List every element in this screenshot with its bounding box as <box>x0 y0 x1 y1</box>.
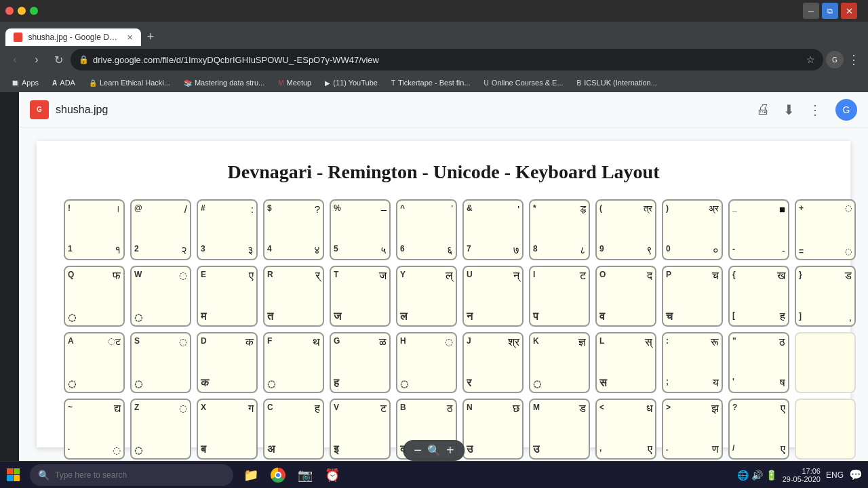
key-9: (त्र 9९ <box>595 199 656 260</box>
taskbar-search[interactable]: 🔍 <box>30 464 233 486</box>
extensions-icon[interactable]: ⋮ <box>845 52 863 67</box>
zoom-icon: 🔍 <box>427 444 441 457</box>
search-input[interactable] <box>55 470 225 480</box>
key-bracket-open: {ख [ह <box>728 266 789 327</box>
new-tab-button[interactable]: + <box>141 27 160 46</box>
chrome-taskbar-icon[interactable] <box>266 463 290 487</box>
time-display: 17:06 29-05-2020 <box>783 467 821 483</box>
bookmark-icsluk-label: ICSLUK (Internation... <box>584 79 657 87</box>
address-bar[interactable]: 🔒 ☆ <box>71 49 823 70</box>
bookmark-star-icon[interactable]: ☆ <box>806 54 815 65</box>
key-k: Kज्ञ ◌ <box>529 332 590 393</box>
bookmark-online-courses[interactable]: U Online Courses & E... <box>479 77 569 88</box>
bookmark-apps[interactable]: 🔲 Apps <box>5 77 44 88</box>
bookmark-youtube[interactable]: ▶ (11) YouTube <box>319 77 383 88</box>
maximize-button[interactable] <box>30 7 38 15</box>
drive-file-info: G shusha.jpg <box>30 100 108 119</box>
ethical-favicon: 🔒 <box>89 79 97 87</box>
app3-taskbar-icon[interactable]: 📷 <box>293 463 317 487</box>
user-avatar[interactable]: G <box>835 99 857 121</box>
key-w: W◌ ◌ <box>130 266 191 327</box>
key-d: Dक क <box>197 332 258 393</box>
minimize-win-btn[interactable]: ─ <box>803 3 819 19</box>
keyboard-layout: Devnagari - Remington - Unicode - Keyboa… <box>37 141 850 447</box>
keyboard-row-3: A◌ट ◌ S◌ ◌ Dक क Fथ ◌ Gळ ह <box>64 332 823 393</box>
key-tilde: ~द्य ·◌ <box>64 399 125 460</box>
online-courses-favicon: U <box>484 79 489 87</box>
key-r: Rर् त <box>263 266 324 327</box>
key-7: &' 7७ <box>462 199 524 260</box>
tray-icons: 🌐 🔊 🔋 <box>737 470 777 481</box>
keyboard-row-2: Qफ ◌ W◌ ◌ Eए म Rर् त Tज ज <box>64 266 823 327</box>
key-h: H◌ ◌ <box>396 332 457 393</box>
youtube-favicon: ▶ <box>325 79 330 87</box>
drive-filename: shusha.jpg <box>56 104 108 116</box>
bookmark-icsluk[interactable]: B ICSLUK (Internation... <box>572 77 663 88</box>
url-input[interactable] <box>93 55 802 65</box>
ada-favicon: A <box>52 79 57 87</box>
zoom-bar: − 🔍 + <box>403 440 465 461</box>
key-semicolon: :रू ;य <box>662 332 723 393</box>
clock-time: 17:06 <box>783 467 821 475</box>
key-g: Gळ ह <box>330 332 391 393</box>
key-l: Lस् स <box>595 332 656 393</box>
bookmarks-bar: 🔲 Apps A ADA 🔒 Learn Ethical Hacki... 📚 … <box>0 73 868 92</box>
bookmark-ethical[interactable]: 🔒 Learn Ethical Hacki... <box>83 77 176 88</box>
print-button[interactable]: 🖨 <box>756 102 770 117</box>
bookmark-online-courses-label: Online Courses & E... <box>492 79 564 87</box>
bookmark-mastering[interactable]: 📚 Mastering data stru... <box>178 77 270 88</box>
key-y: Yल् ल <box>396 266 457 327</box>
secure-icon: 🔒 <box>79 55 89 64</box>
battery-icon[interactable]: 🔋 <box>766 470 777 481</box>
key-j: Jश्र र <box>462 332 524 393</box>
app4-taskbar-icon[interactable]: ⏰ <box>320 463 344 487</box>
svg-rect-1 <box>14 468 20 474</box>
reload-button[interactable]: ↻ <box>49 50 68 69</box>
windows-icon <box>7 468 20 482</box>
key-4: $? 4४ <box>263 199 324 260</box>
minimize-button[interactable] <box>18 7 26 15</box>
nav-bar: ‹ › ↻ 🔒 ☆ G ⋮ <box>0 46 868 73</box>
close-button[interactable] <box>5 7 14 15</box>
file-explorer-icon[interactable]: 📁 <box>239 463 263 487</box>
zoom-in-button[interactable]: + <box>446 443 454 458</box>
zoom-out-button[interactable]: − <box>414 443 422 458</box>
close-win-btn[interactable]: ✕ <box>841 3 857 19</box>
profile-icon[interactable]: G <box>826 51 844 68</box>
bookmark-meetup[interactable]: M Meetup <box>273 77 317 88</box>
notification-icon[interactable]: 💬 <box>849 468 863 481</box>
svg-rect-2 <box>7 475 13 481</box>
key-quote: "ठ 'ष <box>728 332 789 393</box>
taskbar-right: 🌐 🔊 🔋 17:06 29-05-2020 ENG 💬 <box>737 467 868 483</box>
tab-title: shusha.jpg - Google Drive <box>28 33 119 42</box>
download-button[interactable]: ⬇ <box>783 102 795 118</box>
key-p: Pच च <box>662 266 723 327</box>
more-options-button[interactable]: ⋮ <box>808 102 822 118</box>
key-comma: <ध ,ए <box>595 399 656 460</box>
start-button[interactable] <box>0 462 27 489</box>
svg-rect-3 <box>14 475 20 481</box>
key-e: Eए म <box>197 266 258 327</box>
search-icon: 🔍 <box>38 470 50 481</box>
key-f: Fथ ◌ <box>263 332 324 393</box>
forward-button[interactable]: › <box>27 50 46 69</box>
bookmark-ethical-label: Learn Ethical Hacki... <box>100 79 170 87</box>
restore-win-btn[interactable]: ⧉ <box>822 3 838 19</box>
back-button[interactable]: ‹ <box>5 50 24 69</box>
tab-close-button[interactable]: ✕ <box>127 33 133 42</box>
network-icon[interactable]: 🌐 <box>737 470 749 481</box>
taskbar: 🔍 📁 📷 ⏰ 🌐 🔊 🔋 17:06 29-05-2020 ENG 💬 <box>0 461 868 488</box>
active-tab[interactable]: shusha.jpg - Google Drive ✕ <box>5 28 141 46</box>
volume-icon[interactable]: 🔊 <box>751 470 763 481</box>
key-empty-1 <box>795 332 856 393</box>
key-equals: +◌ =◌ <box>795 199 856 260</box>
lang-indicator[interactable]: ENG <box>826 470 844 480</box>
bookmark-ada[interactable]: A ADA <box>47 77 81 88</box>
bookmark-tickertape[interactable]: T Tickertape - Best fin... <box>386 77 476 88</box>
taskbar-pinned-icons: 📁 📷 ⏰ <box>239 463 344 487</box>
key-u: Uन् न <box>462 266 524 327</box>
key-1: !। 1१ <box>64 199 125 260</box>
key-m: Mड उ <box>529 399 590 460</box>
key-v: Vट इ <box>330 399 391 460</box>
keyboard-rows: !। 1१ @/ 2२ #: 3३ $? 4४ %– 5५ <box>64 199 823 460</box>
